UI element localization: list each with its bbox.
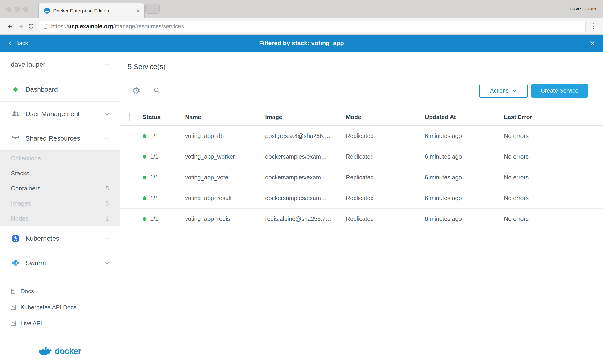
sidebar-item-containers[interactable]: Containers 5: [0, 181, 120, 196]
close-window-icon[interactable]: [6, 7, 11, 11]
service-image: dockersamples/exam…: [265, 195, 346, 201]
reload-button[interactable]: [26, 21, 36, 32]
table-row[interactable]: 1/1 voting_app_redis redis:alpine@sha256…: [120, 209, 603, 229]
docs-icon: [10, 288, 16, 294]
service-last-error: No errors: [504, 215, 603, 222]
service-name[interactable]: voting_app_redis: [185, 215, 265, 222]
table-row[interactable]: 1/1 voting_app_db postgres:9.4@sha256:… …: [120, 126, 603, 146]
docker-wordmark: docker: [55, 346, 81, 356]
sidebar-item-label: Shared Resources: [25, 135, 80, 142]
tab-strip: Docker Enterprise Edition × dave.lauper: [0, 0, 603, 18]
table-header-row: Status Name Image Mode Updated At Last E…: [120, 109, 603, 126]
status-value: 1/1: [150, 215, 158, 222]
sidebar-item-images[interactable]: Images 5: [0, 196, 120, 211]
table-row[interactable]: 1/1 voting_app_vote dockersamples/exam… …: [120, 167, 603, 188]
table-row[interactable]: 1/1 voting_app_result dockersamples/exam…: [120, 188, 603, 209]
column-header-name[interactable]: Name: [185, 114, 265, 121]
tab-close-icon[interactable]: ×: [136, 8, 140, 14]
status-value: 1/1: [150, 132, 158, 139]
service-name[interactable]: voting_app_result: [185, 195, 265, 201]
service-mode: Replicated: [346, 215, 425, 222]
search-icon[interactable]: [153, 86, 161, 95]
zoom-window-icon[interactable]: [23, 7, 28, 11]
status-value: 1/1: [150, 174, 158, 181]
url-field[interactable]: https://ucp.example.org/manage/resources…: [39, 21, 586, 32]
dashboard-status-icon: [11, 87, 20, 92]
sidebar-item-live-api[interactable]: Live API: [0, 315, 120, 331]
service-image: redis:alpine@sha256:7…: [265, 215, 346, 222]
toolbar: ⚙ Actions Create Service: [120, 83, 603, 98]
column-header-updated-at[interactable]: Updated At: [425, 114, 504, 121]
actions-button[interactable]: Actions: [479, 84, 528, 98]
url-host: ucp.example.org: [68, 23, 113, 29]
sidebar-item-shared-resources[interactable]: Shared Resources: [0, 126, 120, 151]
chevron-down-icon: [512, 88, 517, 93]
chevron-down-icon: [104, 111, 110, 117]
stack-icon: [11, 134, 20, 143]
reload-icon: [28, 23, 35, 30]
app-body: dave.lauper Dashboard User Management: [0, 52, 603, 364]
service-image: dockersamples/exam…: [265, 174, 346, 181]
service-mode: Replicated: [346, 153, 425, 160]
service-updated-at: 6 minutes ago: [425, 132, 504, 139]
chevron-down-icon: [104, 61, 110, 68]
sidebar-item-dashboard[interactable]: Dashboard: [0, 77, 120, 102]
status-value: 1/1: [150, 153, 158, 160]
status-dot-icon: [143, 155, 146, 159]
api-docs-icon: [10, 304, 16, 310]
forward-button[interactable]: [16, 21, 26, 32]
submenu-label: Stacks: [11, 170, 29, 177]
service-image: dockersamples/exam…: [265, 153, 346, 160]
column-header-status[interactable]: Status: [143, 114, 185, 121]
filter-banner: Back Filtered by stack: voting_app ×: [0, 35, 603, 52]
window-controls[interactable]: [6, 7, 28, 11]
background-tab[interactable]: [145, 4, 160, 14]
sidebar-item-user-management[interactable]: User Management: [0, 102, 120, 126]
sidebar-item-docs[interactable]: Docs: [0, 283, 120, 299]
column-header-mode[interactable]: Mode: [346, 114, 425, 121]
service-updated-at: 6 minutes ago: [425, 215, 504, 222]
service-updated-at: 6 minutes ago: [425, 195, 504, 201]
service-name[interactable]: voting_app_vote: [185, 174, 265, 181]
url-text: https://ucp.example.org/manage/resources…: [51, 23, 184, 30]
back-arrow-icon: [7, 23, 14, 30]
sidebar-footer: docker: [0, 338, 120, 364]
gear-icon[interactable]: ⚙: [132, 86, 140, 95]
containers-count-badge: 5: [106, 185, 109, 192]
page-icon: [43, 23, 48, 29]
banner-close-icon[interactable]: ×: [590, 39, 595, 48]
sidebar-item-swarm[interactable]: Swarm: [0, 251, 120, 275]
live-api-icon: [10, 320, 16, 326]
browser-menu-button[interactable]: [589, 23, 598, 29]
service-updated-at: 6 minutes ago: [425, 174, 504, 181]
browser-tab[interactable]: Docker Enterprise Edition ×: [38, 3, 144, 18]
swarm-icon: [11, 259, 20, 267]
sidebar-item-nodes[interactable]: Nodes 1: [0, 211, 120, 226]
services-table: Status Name Image Mode Updated At Last E…: [120, 109, 603, 229]
sidebar-account[interactable]: dave.lauper: [0, 52, 120, 77]
url-path: /manage/resources/services: [113, 23, 184, 29]
banner-title: Filtered by stack: voting_app: [0, 40, 603, 47]
sidebar-item-collections[interactable]: Collections: [0, 151, 120, 166]
service-mode: Replicated: [346, 132, 425, 139]
create-service-button[interactable]: Create Service: [531, 84, 588, 98]
chevron-up-icon: [104, 135, 110, 142]
service-name[interactable]: voting_app_db: [185, 132, 265, 139]
back-button[interactable]: [5, 21, 16, 32]
submenu-label: Nodes: [11, 215, 29, 222]
minimize-window-icon[interactable]: [15, 7, 20, 11]
sidebar-item-stacks[interactable]: Stacks: [0, 166, 120, 181]
service-updated-at: 6 minutes ago: [425, 153, 504, 160]
url-scheme: https://: [51, 23, 68, 29]
select-all-checkbox[interactable]: [129, 113, 130, 121]
sidebar-item-kubernetes[interactable]: Kubernetes: [0, 226, 120, 251]
status-dot-icon: [143, 134, 146, 138]
chevron-down-icon: [104, 260, 110, 266]
service-last-error: No errors: [504, 174, 603, 181]
table-row[interactable]: 1/1 voting_app_worker dockersamples/exam…: [120, 146, 603, 167]
sidebar-item-label: User Management: [25, 110, 80, 118]
service-name[interactable]: voting_app_worker: [185, 153, 265, 160]
sidebar-item-kubernetes-api-docs[interactable]: Kubernetes API Docs: [0, 299, 120, 315]
column-header-last-error[interactable]: Last Error: [504, 114, 603, 121]
column-header-image[interactable]: Image: [265, 114, 346, 121]
